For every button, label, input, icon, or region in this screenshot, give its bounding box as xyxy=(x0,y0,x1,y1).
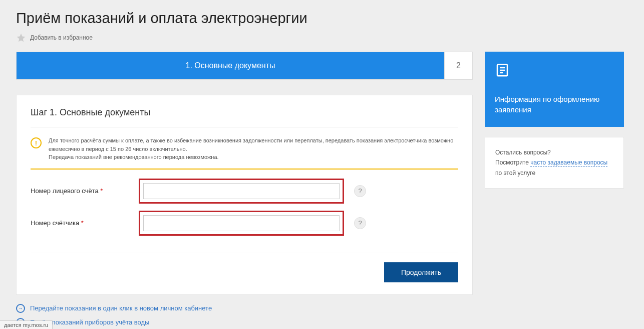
field-account-number: Номер лицевого счёта * ? xyxy=(31,170,458,206)
notice: ! Для точного расчёта суммы к оплате, а … xyxy=(31,127,458,170)
field-label-meter: Номер счётчика * xyxy=(31,219,139,227)
help-icon[interactable]: ? xyxy=(354,217,366,229)
document-icon xyxy=(495,63,510,78)
step-heading: Шаг 1. Основные документы xyxy=(31,107,458,127)
warning-icon: ! xyxy=(31,137,42,148)
star-icon xyxy=(16,33,26,43)
stepper: 1. Основные документы 2 xyxy=(16,52,473,80)
account-number-input[interactable] xyxy=(143,183,340,199)
faq-prefix: Посмотрите xyxy=(495,159,530,166)
page-title: Приём показаний и оплата электроэнергии xyxy=(16,10,628,27)
field-meter-number: Номер счётчика * ? xyxy=(31,206,458,238)
input-highlight xyxy=(139,211,344,236)
arrow-right-icon: → xyxy=(16,304,25,313)
info-title: Информация по оформлению заявления xyxy=(495,94,614,115)
step-2[interactable]: 2 xyxy=(444,52,472,79)
form-card: Шаг 1. Основные документы ! Для точного … xyxy=(16,95,473,295)
bottom-link-1[interactable]: → Передайте показания в один клик в ново… xyxy=(16,304,473,313)
status-bar: дается my.mos.ru xyxy=(0,320,53,329)
bottom-link-2[interactable]: → Приём показаний приборов учёта воды xyxy=(16,318,473,327)
bottom-links: → Передайте показания в один клик в ново… xyxy=(16,304,473,327)
meter-number-input[interactable] xyxy=(143,215,340,231)
favorite-label: Добавить в избранное xyxy=(30,34,93,41)
step-1[interactable]: 1. Основные документы xyxy=(17,52,444,79)
faq-suffix: по этой услуге xyxy=(495,170,535,177)
input-highlight xyxy=(139,179,344,204)
notice-text: Для точного расчёта суммы к оплате, а та… xyxy=(49,136,458,161)
faq-question: Остались вопросы? xyxy=(495,147,613,157)
field-label-account: Номер лицевого счёта * xyxy=(31,187,139,195)
add-to-favorites[interactable]: Добавить в избранное xyxy=(16,33,628,43)
info-card: Информация по оформлению заявления xyxy=(485,52,624,127)
continue-button[interactable]: Продолжить xyxy=(384,262,458,282)
faq-link[interactable]: часто задаваемые вопросы xyxy=(530,159,607,167)
faq-card: Остались вопросы? Посмотрите часто задав… xyxy=(485,137,624,189)
bottom-link-text: Передайте показания в один клик в новом … xyxy=(30,304,212,312)
help-icon[interactable]: ? xyxy=(354,185,366,197)
